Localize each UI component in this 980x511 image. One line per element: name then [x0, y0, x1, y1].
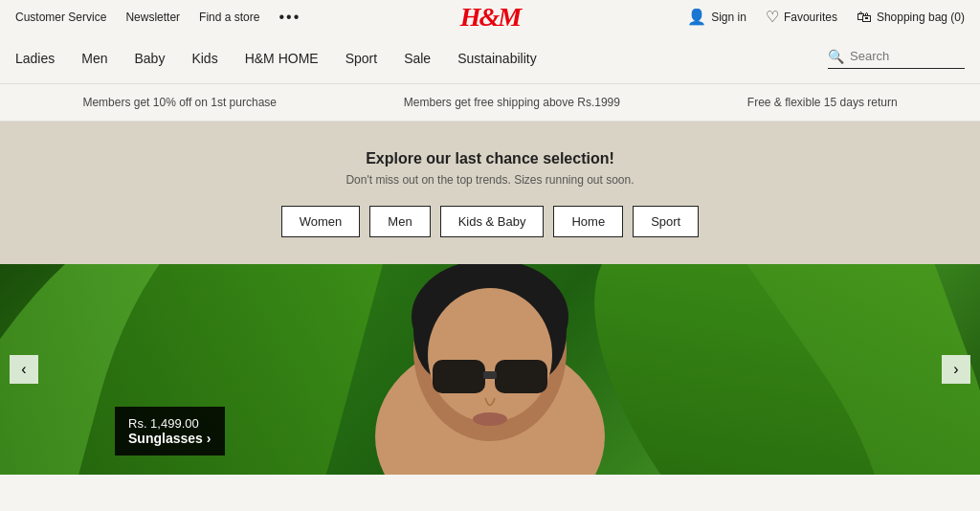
carousel-prev-button[interactable]: ‹	[10, 355, 38, 384]
favourites-label: Favourites	[784, 11, 837, 24]
promo-btn-home[interactable]: Home	[553, 206, 623, 237]
promo-btn-kids-baby[interactable]: Kids & Baby	[440, 206, 545, 237]
heart-icon: ♡	[766, 8, 779, 26]
more-options-dots[interactable]: •••	[278, 9, 301, 26]
nav-kids[interactable]: Kids	[191, 51, 217, 66]
info-bar: Members get 10% off on 1st purchase Memb…	[0, 84, 980, 122]
chevron-right-icon: ›	[953, 361, 958, 378]
svg-rect-7	[495, 360, 547, 393]
promo-subtitle: Don't miss out on the top trends. Sizes …	[19, 173, 961, 187]
nav-baby[interactable]: Baby	[135, 51, 166, 66]
hero-section: Rs. 1,499.00 Sunglasses › ‹ ›	[0, 264, 980, 475]
promo-banner: Explore our last chance selection! Don't…	[0, 122, 980, 264]
nav-men[interactable]: Men	[81, 51, 107, 66]
hm-logo[interactable]: H&M	[460, 2, 520, 32]
top-bar-left: Customer Service Newsletter Find a store…	[15, 9, 301, 26]
svg-rect-8	[483, 371, 497, 379]
product-name: Sunglasses ›	[128, 431, 212, 446]
svg-point-5	[428, 288, 552, 422]
info-item-2: Members get free shipping above Rs.1999	[404, 96, 620, 109]
info-item-3: Free & flexible 15 days return	[747, 96, 898, 109]
hero-person	[327, 264, 653, 475]
user-icon: 👤	[687, 8, 706, 26]
find-store-link[interactable]: Find a store	[199, 11, 259, 24]
bag-icon: 🛍	[857, 9, 872, 26]
promo-title: Explore our last chance selection!	[19, 150, 961, 167]
sign-in-link[interactable]: 👤 Sign in	[687, 8, 746, 26]
nav-ladies[interactable]: Ladies	[15, 51, 55, 66]
nav-hm-home[interactable]: H&M HOME	[245, 51, 319, 66]
svg-point-9	[473, 412, 507, 426]
nav-links: Ladies Men Baby Kids H&M HOME Sport Sale…	[15, 33, 537, 83]
search-input[interactable]	[850, 49, 965, 63]
sign-in-label: Sign in	[711, 11, 746, 24]
favourites-link[interactable]: ♡ Favourites	[766, 8, 837, 26]
product-price: Rs. 1,499.00	[128, 416, 212, 431]
top-bar: Customer Service Newsletter Find a store…	[0, 0, 980, 33]
promo-buttons: Women Men Kids & Baby Home Sport	[19, 206, 961, 237]
search-box: 🔍	[828, 49, 965, 69]
chevron-left-icon: ‹	[21, 361, 26, 378]
nav-sport[interactable]: Sport	[345, 51, 377, 66]
shopping-bag-label: Shopping bag (0)	[877, 11, 965, 24]
customer-service-link[interactable]: Customer Service	[15, 11, 106, 24]
logo-container: H&M	[460, 2, 520, 33]
main-nav: Ladies Men Baby Kids H&M HOME Sport Sale…	[0, 33, 980, 84]
shopping-bag-link[interactable]: 🛍 Shopping bag (0)	[857, 9, 965, 26]
price-tag[interactable]: Rs. 1,499.00 Sunglasses ›	[115, 407, 225, 455]
top-bar-right: 👤 Sign in ♡ Favourites 🛍 Shopping bag (0…	[687, 8, 965, 26]
info-item-1: Members get 10% off on 1st purchase	[82, 96, 277, 109]
promo-btn-men[interactable]: Men	[369, 206, 430, 237]
carousel-next-button[interactable]: ›	[942, 355, 970, 384]
search-icon: 🔍	[828, 49, 844, 64]
promo-btn-women[interactable]: Women	[281, 206, 361, 237]
newsletter-link[interactable]: Newsletter	[125, 11, 180, 24]
promo-btn-sport[interactable]: Sport	[633, 206, 699, 237]
svg-rect-6	[433, 360, 485, 393]
nav-sustainability[interactable]: Sustainability	[457, 51, 537, 66]
arrow-right-icon: ›	[207, 431, 212, 446]
nav-sale[interactable]: Sale	[404, 51, 431, 66]
